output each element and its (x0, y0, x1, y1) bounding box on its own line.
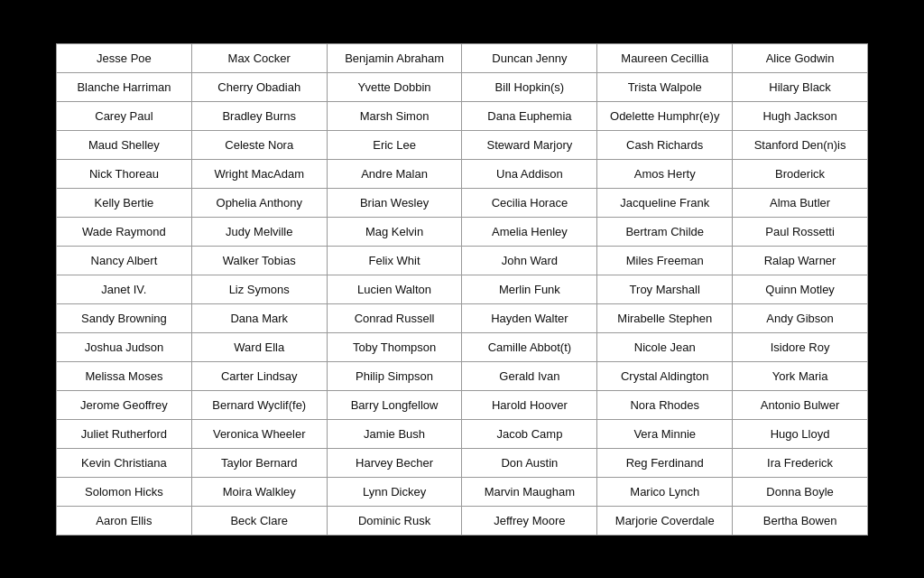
table-row: Blanche HarrimanCherry ObadiahYvette Dob… (57, 72, 868, 101)
table-cell: Walker Tobias (191, 246, 327, 275)
table-cell: Taylor Bernard (191, 448, 327, 477)
table-cell: Duncan Jenny (462, 43, 597, 72)
names-table-container: Jesse PoeMax CockerBenjamin AbrahamDunca… (56, 43, 868, 536)
table-row: Janet IV.Liz SymonsLucien WaltonMerlin F… (57, 275, 868, 303)
table-cell: Juliet Rutherford (57, 419, 192, 448)
table-cell: Hayden Walter (462, 303, 597, 332)
table-cell: Conrad Russell (327, 303, 462, 332)
table-cell: Moira Walkley (191, 477, 327, 506)
table-cell: Paul Rossetti (733, 217, 868, 246)
table-cell: Maud Shelley (57, 130, 192, 159)
table-row: Jesse PoeMax CockerBenjamin AbrahamDunca… (57, 43, 868, 72)
table-cell: Lynn Dickey (327, 477, 462, 506)
table-cell: Maureen Cecillia (597, 43, 733, 72)
table-cell: Nicole Jean (597, 332, 733, 361)
table-cell: Marjorie Coverdale (597, 506, 733, 535)
table-cell: Andy Gibson (733, 303, 868, 332)
table-cell: Jerome Geoffrey (57, 390, 192, 419)
table-cell: Marico Lynch (597, 477, 733, 506)
table-cell: Carey Paul (57, 101, 192, 130)
table-cell: Alma Butler (733, 188, 868, 217)
table-cell: Ralap Warner (733, 246, 868, 275)
table-cell: Marsh Simon (327, 101, 462, 130)
table-cell: Melissa Moses (57, 361, 192, 390)
table-cell: Cherry Obadiah (191, 72, 327, 101)
table-cell: Toby Thompson (327, 332, 462, 361)
table-cell: Jacqueline Frank (597, 188, 733, 217)
table-cell: Liz Symons (191, 275, 327, 303)
table-cell: Bernard Wyclif(fe) (191, 390, 327, 419)
table-cell: Vera Minnie (597, 419, 733, 448)
table-row: Sandy BrowningDana MarkConrad RussellHay… (57, 303, 868, 332)
table-cell: Cash Richards (597, 130, 733, 159)
table-cell: Kevin Christiana (57, 448, 192, 477)
table-row: Solomon HicksMoira WalkleyLynn DickeyMar… (57, 477, 868, 506)
table-cell: Dana Mark (191, 303, 327, 332)
table-row: Wade RaymondJudy MelvilleMag KelvinAmeli… (57, 217, 868, 246)
table-cell: Beck Clare (191, 506, 327, 535)
table-cell: Jamie Bush (327, 419, 462, 448)
table-cell: Wade Raymond (57, 217, 192, 246)
table-cell: Quinn Motley (733, 275, 868, 303)
table-cell: Felix Whit (327, 246, 462, 275)
table-row: Aaron EllisBeck ClareDominic RuskJeffrey… (57, 506, 868, 535)
table-cell: Jacob Camp (462, 419, 597, 448)
table-cell: Odelette Humphr(e)y (597, 101, 733, 130)
table-cell: Harold Hoover (462, 390, 597, 419)
table-cell: John Ward (462, 246, 597, 275)
table-cell: Trista Walpole (597, 72, 733, 101)
table-cell: Hugo Lloyd (733, 419, 868, 448)
table-cell: Philip Simpson (327, 361, 462, 390)
table-row: Joshua JudsonWard EllaToby ThompsonCamil… (57, 332, 868, 361)
table-cell: York Maria (733, 361, 868, 390)
table-cell: Celeste Nora (191, 130, 327, 159)
table-cell: Carter Lindsay (191, 361, 327, 390)
table-cell: Mirabelle Stephen (597, 303, 733, 332)
table-cell: Bertha Bowen (733, 506, 868, 535)
table-cell: Judy Melville (191, 217, 327, 246)
table-cell: Don Austin (462, 448, 597, 477)
table-cell: Alice Godwin (733, 43, 868, 72)
table-cell: Donna Boyle (733, 477, 868, 506)
table-cell: Cecilia Horace (462, 188, 597, 217)
table-cell: Ira Frederick (733, 448, 868, 477)
table-cell: Troy Marshall (597, 275, 733, 303)
table-cell: Bill Hopkin(s) (462, 72, 597, 101)
table-cell: Isidore Roy (733, 332, 868, 361)
table-cell: Dana Euphemia (462, 101, 597, 130)
table-cell: Jeffrey Moore (462, 506, 597, 535)
table-cell: Marvin Maugham (462, 477, 597, 506)
table-cell: Andre Malan (327, 159, 462, 188)
table-row: Kelly BertieOphelia AnthonyBrian WesleyC… (57, 188, 868, 217)
table-cell: Crystal Aldington (597, 361, 733, 390)
table-cell: Brian Wesley (327, 188, 462, 217)
table-cell: Broderick (733, 159, 868, 188)
table-cell: Jesse Poe (57, 43, 192, 72)
table-cell: Merlin Funk (462, 275, 597, 303)
table-row: Melissa MosesCarter LindsayPhilip Simpso… (57, 361, 868, 390)
names-table: Jesse PoeMax CockerBenjamin AbrahamDunca… (56, 43, 868, 536)
table-cell: Hilary Black (733, 72, 868, 101)
table-row: Kevin ChristianaTaylor BernardHarvey Bec… (57, 448, 868, 477)
table-cell: Aaron Ellis (57, 506, 192, 535)
table-cell: Wright MacAdam (191, 159, 327, 188)
table-row: Nick ThoreauWright MacAdamAndre MalanUna… (57, 159, 868, 188)
table-row: Carey PaulBradley BurnsMarsh SimonDana E… (57, 101, 868, 130)
table-cell: Ward Ella (191, 332, 327, 361)
table-row: Nancy AlbertWalker TobiasFelix WhitJohn … (57, 246, 868, 275)
table-cell: Miles Freeman (597, 246, 733, 275)
table-row: Juliet RutherfordVeronica WheelerJamie B… (57, 419, 868, 448)
table-cell: Hugh Jackson (733, 101, 868, 130)
table-cell: Benjamin Abraham (327, 43, 462, 72)
table-cell: Blanche Harriman (57, 72, 192, 101)
table-cell: Dominic Rusk (327, 506, 462, 535)
table-cell: Antonio Bulwer (733, 390, 868, 419)
table-cell: Amelia Henley (462, 217, 597, 246)
table-cell: Una Addison (462, 159, 597, 188)
table-cell: Barry Longfellow (327, 390, 462, 419)
table-row: Jerome GeoffreyBernard Wyclif(fe)Barry L… (57, 390, 868, 419)
table-cell: Max Cocker (191, 43, 327, 72)
table-cell: Reg Ferdinand (597, 448, 733, 477)
table-cell: Sandy Browning (57, 303, 192, 332)
table-cell: Mag Kelvin (327, 217, 462, 246)
